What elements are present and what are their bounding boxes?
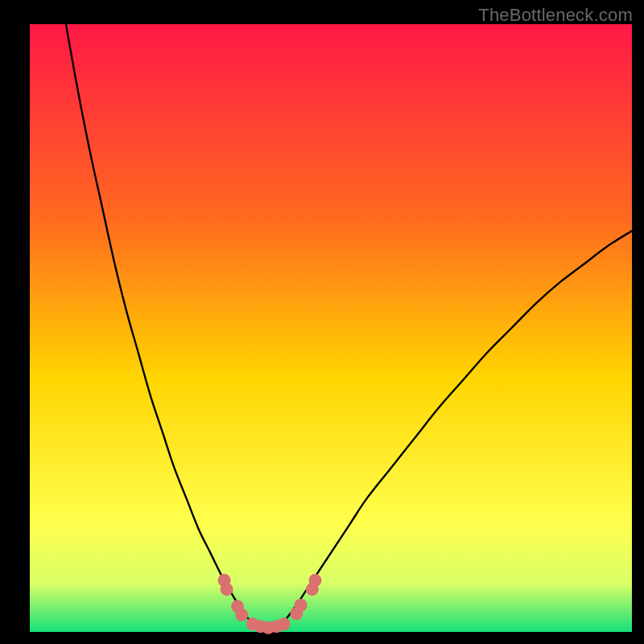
gradient-background	[30, 24, 632, 632]
marker-dot	[278, 617, 291, 630]
marker-dot	[221, 583, 233, 596]
bottleneck-chart	[0, 0, 644, 644]
marker-dot	[309, 574, 322, 587]
marker-dot	[235, 609, 248, 621]
watermark-text: TheBottleneck.com	[478, 5, 633, 26]
plot-area	[30, 24, 632, 634]
marker-dot	[295, 599, 308, 612]
chart-frame: TheBottleneck.com	[0, 0, 644, 644]
